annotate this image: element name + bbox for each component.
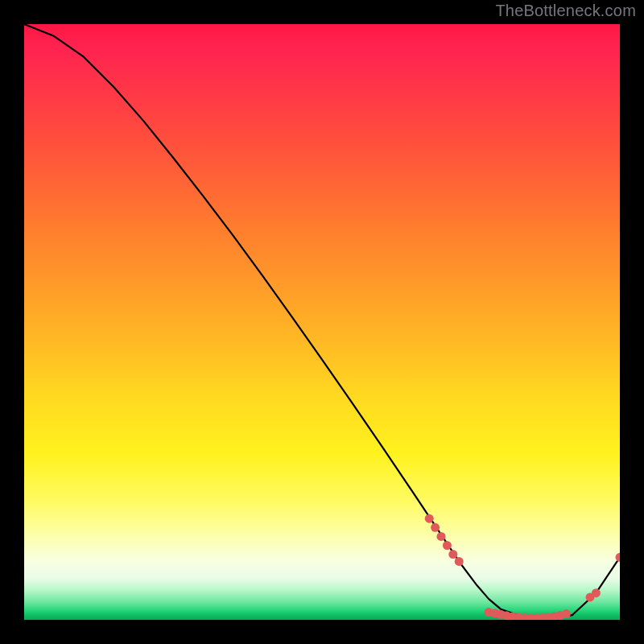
bottleneck-curve	[24, 24, 620, 619]
data-point	[431, 523, 440, 532]
data-point	[592, 588, 601, 597]
data-point	[443, 541, 452, 550]
data-point	[562, 609, 571, 618]
attribution-label: TheBottleneck.com	[495, 2, 636, 20]
data-point-dots	[425, 514, 620, 620]
bottleneck-chart-page: { "attribution": "TheBottleneck.com", "c…	[0, 0, 644, 644]
chart-overlay-svg	[24, 24, 620, 620]
data-point	[448, 550, 457, 559]
data-point	[437, 532, 446, 541]
data-point	[425, 514, 434, 523]
data-point	[455, 557, 464, 566]
data-point	[616, 553, 621, 562]
